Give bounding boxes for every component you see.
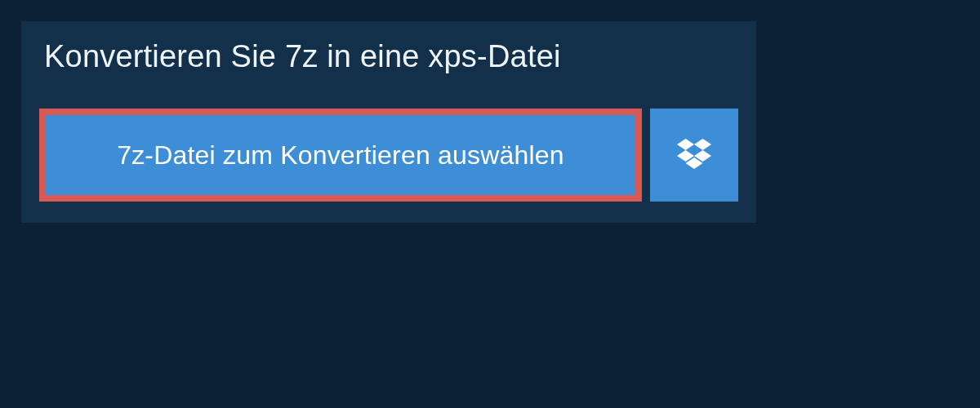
button-row: 7z-Datei zum Konvertieren auswählen	[21, 94, 756, 223]
svg-marker-1	[694, 139, 711, 150]
select-file-button[interactable]: 7z-Datei zum Konvertieren auswählen	[39, 109, 642, 202]
select-file-label: 7z-Datei zum Konvertieren auswählen	[117, 140, 564, 171]
dropbox-button[interactable]	[650, 109, 738, 202]
title-container: Konvertieren Sie 7z in eine xps-Datei	[21, 21, 756, 94]
svg-marker-0	[677, 139, 694, 150]
dropbox-icon	[677, 139, 711, 171]
page-title: Konvertieren Sie 7z in eine xps-Datei	[44, 39, 733, 74]
converter-panel: Konvertieren Sie 7z in eine xps-Datei 7z…	[21, 21, 756, 223]
